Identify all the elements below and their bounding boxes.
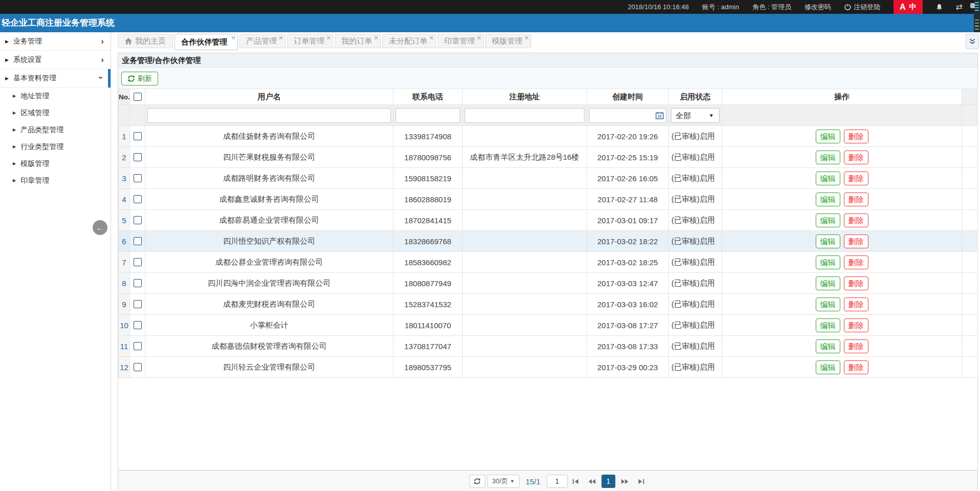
tab-order-management[interactable]: 订单管理 ✕	[287, 34, 333, 48]
logout-link[interactable]: 注销登陆	[844, 3, 880, 12]
filter-row: 全部 ▼	[119, 105, 978, 126]
edit-button[interactable]: 编辑	[816, 339, 840, 353]
prev-page-button[interactable]	[588, 479, 596, 484]
row-checkbox[interactable]	[134, 216, 142, 224]
created-time: 2017-03-02 18:25	[587, 252, 669, 273]
edit-button[interactable]: 编辑	[816, 130, 840, 143]
delete-button[interactable]: 删除	[844, 297, 868, 311]
sidebar-subitem-product-type[interactable]: ▶产品类型管理	[0, 121, 111, 138]
tab-bar: 我的主页 合作伙伴管理 ✕ 产品管理 ✕ 订单管理 ✕ 我的订单 ✕ 未分配订单…	[111, 32, 980, 53]
row-checkbox[interactable]	[134, 132, 142, 140]
filter-date-input[interactable]	[589, 108, 666, 123]
filter-status-select[interactable]: 全部 ▼	[671, 108, 720, 123]
sidebar-subitem-template[interactable]: ▶模版管理	[0, 155, 111, 172]
tab-my-orders[interactable]: 我的订单 ✕	[335, 34, 381, 48]
delete-button[interactable]: 删除	[844, 172, 868, 185]
notification-bell-icon[interactable]	[936, 4, 943, 11]
filter-name-input[interactable]	[147, 108, 391, 123]
tab-unassigned-orders[interactable]: 未分配订单 ✕	[382, 34, 436, 48]
swap-arrows-icon[interactable]: ⇄	[956, 2, 963, 12]
sidebar-subitem-seal[interactable]: ▶印章管理	[0, 172, 111, 189]
filter-phone-input[interactable]	[396, 108, 460, 123]
delete-button[interactable]: 删除	[844, 360, 868, 374]
close-tab-icon[interactable]: ✕	[429, 35, 434, 41]
pager-refresh-button[interactable]	[469, 475, 485, 488]
refresh-button[interactable]: 刷新	[121, 72, 158, 86]
partner-phone: 18328669768	[394, 231, 463, 252]
tab-seal-management[interactable]: 印章管理 ✕	[438, 34, 484, 48]
edit-button[interactable]: 编辑	[816, 193, 840, 206]
select-all-checkbox[interactable]	[134, 93, 142, 101]
edit-button[interactable]: 编辑	[816, 151, 840, 164]
delete-button[interactable]: 删除	[844, 339, 868, 353]
delete-button[interactable]: 删除	[844, 318, 868, 332]
partner-phone: 18780098756	[394, 147, 463, 168]
enabled-status: (已审核)启用	[669, 126, 722, 147]
sidebar-item-system-settings[interactable]: ▶ 系统设置 ›	[0, 51, 111, 69]
close-tab-icon[interactable]: ✕	[476, 35, 482, 41]
delete-button[interactable]: 删除	[844, 255, 868, 269]
current-page-button[interactable]: 1	[601, 475, 615, 488]
last-page-button[interactable]	[638, 479, 644, 484]
collapse-sidebar-button[interactable]: ←	[93, 220, 107, 235]
delete-button[interactable]: 删除	[844, 151, 868, 164]
partner-name: 成都蓉易通企业管理有限公司	[145, 210, 394, 231]
row-number: 3	[119, 168, 130, 189]
toolbar: 刷新	[118, 68, 977, 89]
row-checkbox[interactable]	[134, 363, 142, 371]
app-title: 轻企业工商注册业务管理系统	[0, 14, 980, 32]
column-header-address: 注册地址	[463, 89, 587, 105]
close-tab-icon[interactable]: ✕	[278, 35, 284, 41]
delete-button[interactable]: 删除	[844, 193, 868, 206]
row-checkbox[interactable]	[134, 321, 142, 329]
language-badge[interactable]: A 中	[894, 0, 923, 14]
calendar-icon[interactable]	[656, 112, 664, 119]
close-tab-icon[interactable]: ✕	[374, 35, 379, 41]
triangle-icon: ▶	[13, 178, 16, 183]
row-checkbox[interactable]	[134, 279, 142, 287]
tab-list-dropdown-button[interactable]	[966, 34, 979, 49]
edit-button[interactable]: 编辑	[816, 276, 840, 290]
first-page-button[interactable]	[572, 479, 579, 484]
tab-home[interactable]: 我的主页	[118, 34, 173, 48]
scrollbar-handle[interactable]	[970, 3, 975, 8]
table-row: 2四川芒果财税服务有限公司18780098756成都市青羊区太升北路28号16楼…	[119, 147, 978, 168]
triangle-icon: ▶	[13, 161, 16, 166]
row-checkbox[interactable]	[134, 237, 142, 245]
page-number-input[interactable]	[547, 475, 568, 488]
row-checkbox[interactable]	[134, 300, 142, 308]
close-tab-icon[interactable]: ✕	[231, 35, 236, 41]
partner-name: 四川芒果财税服务有限公司	[145, 147, 394, 168]
next-page-button[interactable]	[621, 479, 628, 484]
tab-product-management[interactable]: 产品管理 ✕	[239, 34, 286, 48]
refresh-icon	[127, 75, 135, 82]
sidebar-subitem-address[interactable]: ▶地址管理	[0, 88, 111, 104]
close-tab-icon[interactable]: ✕	[326, 35, 331, 41]
edit-button[interactable]: 编辑	[816, 297, 840, 311]
delete-button[interactable]: 删除	[844, 214, 868, 227]
edit-button[interactable]: 编辑	[816, 318, 840, 332]
row-checkbox[interactable]	[134, 195, 142, 203]
edit-button[interactable]: 编辑	[816, 234, 840, 248]
edit-button[interactable]: 编辑	[816, 255, 840, 269]
sidebar-subitem-region[interactable]: ▶区域管理	[0, 104, 111, 121]
row-checkbox[interactable]	[134, 342, 142, 350]
delete-button[interactable]: 删除	[844, 130, 868, 143]
close-tab-icon[interactable]: ✕	[524, 35, 529, 41]
sidebar-subitem-industry-type[interactable]: ▶行业类型管理	[0, 138, 111, 155]
row-checkbox[interactable]	[134, 153, 142, 161]
sidebar-item-business[interactable]: ▶ 业务管理 ›	[0, 32, 111, 51]
tab-partner-management[interactable]: 合作伙伴管理 ✕	[175, 34, 238, 50]
filter-address-input[interactable]	[465, 108, 584, 123]
edit-button[interactable]: 编辑	[816, 172, 840, 185]
tab-template-management[interactable]: 模版管理 ✕	[485, 34, 531, 48]
delete-button[interactable]: 删除	[844, 234, 868, 248]
page-size-dropdown[interactable]: 30/页 ▼	[487, 475, 519, 488]
edit-button[interactable]: 编辑	[816, 360, 840, 374]
row-checkbox[interactable]	[134, 258, 142, 266]
row-checkbox[interactable]	[134, 174, 142, 182]
edit-button[interactable]: 编辑	[816, 214, 840, 227]
change-password-link[interactable]: 修改密码	[804, 3, 831, 12]
sidebar-item-basic-data[interactable]: ▶ 基本资料管理 ›	[0, 69, 111, 88]
delete-button[interactable]: 删除	[844, 276, 868, 290]
